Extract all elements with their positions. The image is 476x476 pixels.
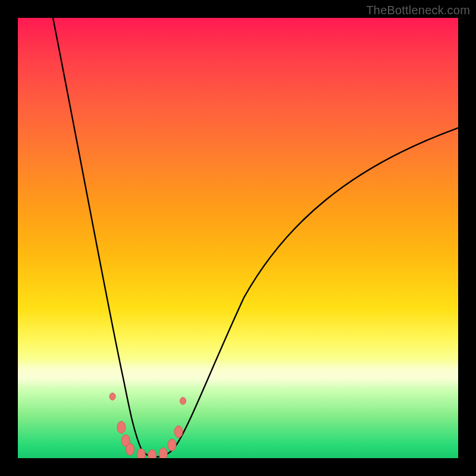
data-marker bbox=[168, 439, 176, 451]
data-marker bbox=[174, 426, 183, 438]
chart-frame: TheBottleneck.com bbox=[0, 0, 476, 476]
data-marker bbox=[137, 449, 145, 458]
watermark-text: TheBottleneck.com bbox=[366, 4, 470, 17]
data-marker bbox=[117, 421, 126, 433]
curve-path bbox=[53, 18, 458, 457]
highlight-band bbox=[18, 361, 458, 388]
bottleneck-curve bbox=[53, 18, 458, 457]
data-marker bbox=[126, 443, 134, 455]
plot-area bbox=[18, 18, 458, 458]
data-marker bbox=[121, 434, 130, 446]
data-marker bbox=[159, 448, 167, 458]
data-marker bbox=[109, 393, 115, 400]
data-marker bbox=[148, 450, 156, 458]
marker-group bbox=[109, 393, 186, 458]
data-marker bbox=[180, 397, 186, 405]
curve-layer bbox=[18, 18, 458, 458]
